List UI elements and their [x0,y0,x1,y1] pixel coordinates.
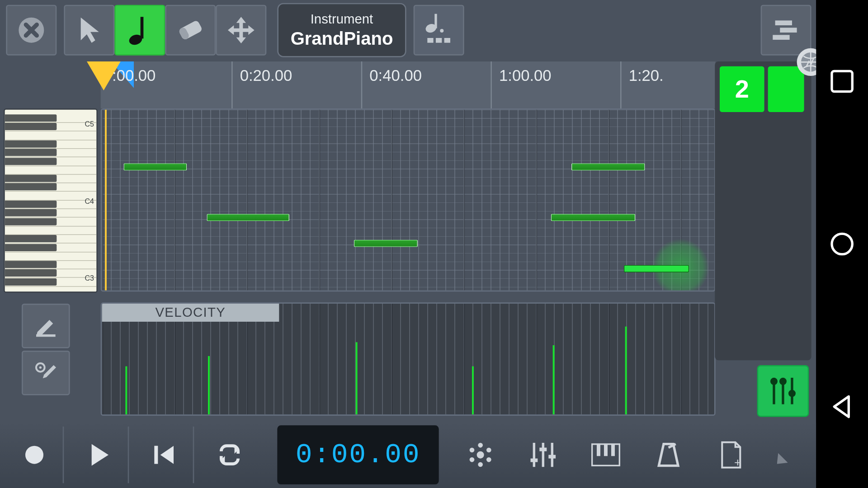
instrument-selector[interactable]: Instrument GrandPiano [277,3,406,57]
fx-button[interactable] [452,427,509,483]
instrument-name: GrandPiano [291,28,393,49]
timeline-tick [491,61,492,108]
note-grid[interactable] [101,108,716,291]
rewind-button[interactable] [136,427,194,483]
piano-key-label: C4 [85,197,94,206]
piano-key-label: C3 [85,274,94,283]
select-tool-button[interactable] [64,5,114,56]
timeline-label: 0:20.00 [240,66,292,85]
svg-point-22 [779,378,787,385]
android-nav-bar [816,0,868,488]
velocity-bar[interactable] [472,366,474,415]
timeline-label: 0:40.00 [369,66,422,85]
midi-note[interactable] [571,163,645,170]
transport-bar: 0:00.00 + [0,423,816,488]
svg-rect-36 [530,459,538,462]
svg-point-26 [477,451,484,459]
svg-rect-2 [141,17,144,38]
velocity-bar[interactable] [625,327,627,415]
overview-nav-icon[interactable] [830,69,855,94]
mixer-button[interactable] [757,365,809,417]
track-settings-button[interactable] [761,5,811,56]
svg-point-32 [486,457,491,462]
timeline-tick [620,61,622,108]
svg-rect-6 [434,14,437,28]
velocity-label: VELOCITY [102,304,279,322]
velocity-settings-button[interactable] [22,351,70,395]
svg-rect-40 [597,444,600,456]
track-1[interactable]: 2 [720,66,764,112]
svg-text:+: + [734,455,741,469]
svg-point-28 [478,462,483,467]
track-list[interactable]: 2 [715,61,811,360]
svg-rect-8 [427,38,433,43]
close-button[interactable] [6,5,57,56]
top-toolbar: Instrument GrandPiano [0,0,816,60]
move-tool-button[interactable] [216,5,266,56]
midi-note[interactable] [123,163,187,170]
time-display[interactable]: 0:00.00 [277,425,439,484]
piano-roll[interactable]: :00.000:20.000:40.001:00.001:20. [101,61,716,291]
instrument-label: Instrument [311,11,373,27]
svg-rect-44 [832,71,852,91]
midi-note[interactable] [551,214,636,221]
svg-point-45 [832,234,852,254]
piano-keyboard[interactable]: /*populated below*/ C5C4C3 [4,108,98,293]
play-cursor [105,110,107,291]
svg-rect-33 [533,443,535,467]
velocity-lane[interactable]: VELOCITY [101,302,716,416]
record-button[interactable] [6,427,64,483]
play-button[interactable] [71,427,129,483]
timeline-tick [361,61,363,108]
svg-rect-9 [436,38,442,43]
timeline-tick [231,61,233,108]
svg-point-27 [478,443,483,448]
velocity-bar[interactable] [125,366,127,415]
timeline-label: 1:00.00 [499,66,552,85]
track-panel: 2 [715,61,811,417]
note-tool-button[interactable] [114,5,165,56]
mixer-icon-button[interactable] [515,427,571,483]
svg-point-7 [440,29,443,33]
midi-note[interactable] [354,240,418,247]
metronome-button[interactable] [640,427,697,483]
svg-rect-42 [611,444,615,456]
timeline-label: :00.00 [112,66,156,85]
track-2[interactable] [768,66,804,112]
svg-rect-11 [775,20,792,25]
svg-point-24 [25,446,43,464]
keyboard-button[interactable] [577,427,634,483]
add-track-button[interactable]: + [703,427,760,483]
svg-rect-38 [548,455,556,459]
svg-rect-37 [539,448,547,451]
svg-rect-13 [773,35,789,40]
velocity-bar[interactable] [553,345,555,414]
undo-button[interactable] [763,427,820,483]
svg-point-31 [470,457,475,462]
back-nav-icon[interactable] [830,394,855,419]
loop-button[interactable] [201,427,258,483]
svg-rect-34 [542,443,544,467]
svg-point-16 [39,366,42,369]
piano-key-label: C5 [85,120,94,128]
svg-rect-12 [780,28,797,33]
timeline-ruler[interactable]: :00.000:20.000:40.001:00.001:20. [101,61,716,108]
svg-point-29 [470,448,475,453]
eraser-tool-button[interactable] [165,5,216,56]
midi-note[interactable] [207,214,289,221]
svg-rect-25 [154,446,158,464]
svg-point-30 [486,448,491,453]
velocity-edit-button[interactable] [22,304,70,348]
svg-rect-14 [36,334,56,337]
velocity-bar[interactable] [356,342,358,414]
svg-point-21 [770,378,778,385]
timeline-label: 1:20. [629,66,664,85]
velocity-bar[interactable] [208,356,210,414]
svg-point-23 [788,390,796,397]
home-nav-icon[interactable] [830,231,855,257]
note-duration-button[interactable] [414,5,464,56]
svg-rect-41 [604,444,608,456]
svg-rect-10 [444,38,450,43]
midi-note[interactable] [624,265,689,272]
